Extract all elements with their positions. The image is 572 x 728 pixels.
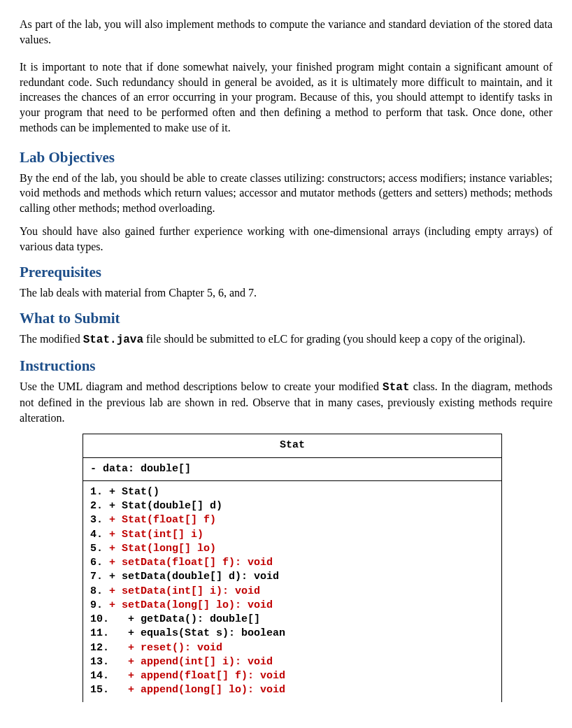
objectives-paragraph-1: By the end of the lab, you should be abl…: [20, 171, 552, 216]
submit-text-b: file should be submitted to eLC for grad…: [143, 333, 525, 345]
uml-method-row: 11. + equals(Stat s): boolean: [90, 627, 494, 641]
uml-method-signature: + Stat(int[] i): [109, 529, 203, 541]
uml-method-signature: + append(float[] f): void: [115, 670, 285, 682]
intro-paragraph-2: It is important to note that if done som…: [20, 59, 552, 135]
uml-method-signature: + append(long[] lo): void: [115, 684, 285, 696]
submit-text-a: The modified: [20, 333, 83, 345]
uml-method-number: 10.: [90, 613, 115, 627]
uml-method-number: 13.: [90, 655, 115, 669]
uml-method-row: 15. + append(long[] lo): void: [90, 683, 494, 697]
uml-method-signature: + setData(float[] f): void: [109, 557, 273, 569]
uml-method-row: 13. + append(int[] i): void: [90, 655, 494, 669]
uml-method-row: 6. + setData(float[] f): void: [90, 556, 494, 570]
uml-method-signature: + Stat(double[] d): [109, 500, 222, 512]
uml-method-number: 14.: [90, 669, 115, 683]
uml-method-row: 12. + reset(): void: [90, 641, 494, 655]
submit-code: Stat.java: [83, 334, 143, 346]
uml-method-number: 15.: [90, 683, 115, 697]
uml-method-row: 3. + Stat(float[] f): [90, 513, 494, 527]
uml-method-number: 9.: [90, 599, 109, 613]
uml-method-row: 9. + setData(long[] lo): void: [90, 599, 494, 613]
uml-diagram: Stat - data: double[] 1. + Stat()2. + St…: [83, 434, 502, 701]
uml-method-number: 1.: [90, 485, 109, 499]
uml-method-signature: + equals(Stat s): boolean: [115, 627, 285, 639]
uml-method-number: 4.: [90, 528, 109, 542]
uml-method-row: 1. + Stat(): [90, 485, 494, 499]
heading-lab-objectives: Lab Objectives: [20, 148, 552, 167]
heading-prerequisites: Prerequisites: [20, 262, 552, 282]
uml-method-signature: + Stat(): [109, 486, 159, 498]
intro-paragraph-1: As part of the lab, you will also implem…: [20, 17, 552, 47]
submit-paragraph: The modified Stat.java file should be su…: [20, 331, 552, 348]
uml-method-signature: + setData(int[] i): void: [109, 585, 260, 597]
uml-method-signature: + Stat(long[] lo): [109, 543, 216, 555]
uml-method-number: 5.: [90, 542, 109, 556]
heading-what-to-submit: What to Submit: [20, 308, 552, 328]
uml-method-row: 2. + Stat(double[] d): [90, 499, 494, 513]
uml-method-signature: + reset(): void: [115, 642, 222, 654]
uml-method-signature: + append(int[] i): void: [115, 656, 273, 668]
instructions-paragraph: Use the UML diagram and method descripti…: [20, 379, 552, 426]
objectives-paragraph-2: You should have also gained further expe…: [20, 224, 552, 254]
uml-method-signature: + setData(double[] d): void: [109, 571, 279, 583]
uml-method-signature: + getData(): double[]: [115, 613, 260, 625]
uml-method-row: 8. + setData(int[] i): void: [90, 585, 494, 599]
uml-method-number: 6.: [90, 556, 109, 570]
uml-methods-cell: 1. + Stat()2. + Stat(double[] d)3. + Sta…: [83, 480, 502, 701]
uml-method-row: 10. + getData(): double[]: [90, 613, 494, 627]
uml-method-row: 5. + Stat(long[] lo): [90, 542, 494, 556]
uml-method-number: 7.: [90, 570, 109, 584]
uml-method-number: 2.: [90, 499, 109, 513]
uml-class-name: Stat: [83, 434, 502, 457]
uml-method-row: 7. + setData(double[] d): void: [90, 570, 494, 584]
uml-method-number: 8.: [90, 585, 109, 599]
instructions-text-a: Use the UML diagram and method descripti…: [20, 380, 382, 392]
uml-method-number: 12.: [90, 641, 115, 655]
uml-method-number: 11.: [90, 627, 115, 641]
uml-table: Stat - data: double[] 1. + Stat()2. + St…: [83, 434, 502, 701]
instructions-code: Stat: [382, 381, 409, 394]
prerequisites-paragraph: The lab deals with material from Chapter…: [20, 285, 552, 301]
uml-method-signature: + setData(long[] lo): void: [109, 599, 273, 611]
uml-attribute: - data: double[]: [83, 457, 502, 480]
heading-instructions: Instructions: [20, 356, 552, 376]
uml-method-row: 14. + append(float[] f): void: [90, 669, 494, 683]
uml-method-row: 4. + Stat(int[] i): [90, 528, 494, 542]
uml-method-signature: + Stat(float[] f): [109, 514, 216, 526]
uml-method-number: 3.: [90, 513, 109, 527]
